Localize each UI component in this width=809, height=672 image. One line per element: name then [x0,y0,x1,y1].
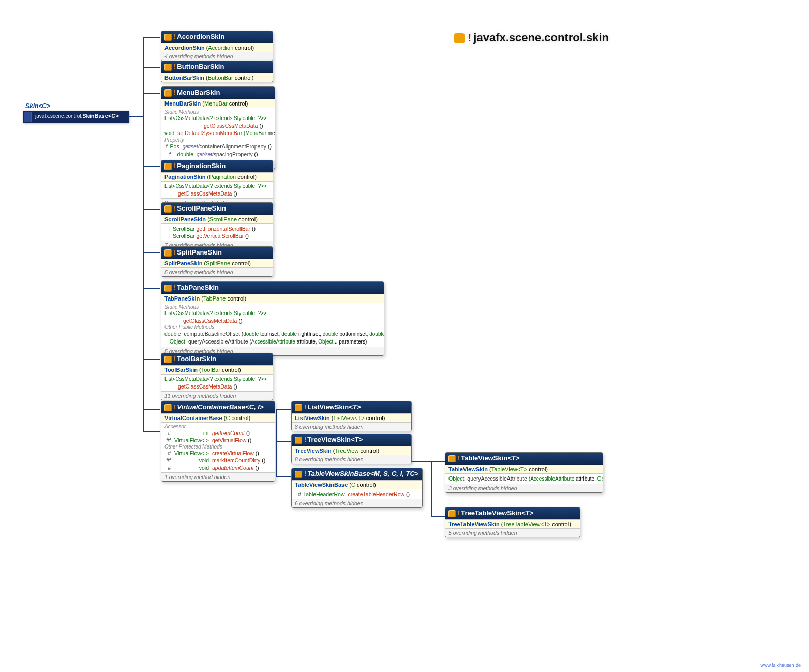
class-scrollpane-skin[interactable]: !ScrollPaneSkin ScrollPaneSkin (ScrollPa… [161,202,273,250]
ret-type: ScrollBar [173,233,195,239]
method-name: queryAccessibleAttribute [188,338,248,345]
method-sig: () [254,151,258,157]
skinbase-prefix: javafx.scene.control. [35,113,82,119]
footer-credit[interactable]: www.falkhausen.de [760,663,801,668]
interface-label: Skin [25,102,38,110]
hidden-note: 8 overriding methods hidden [295,456,364,462]
class-pagination-skin[interactable]: !PaginationSkin PaginationSkin (Paginati… [161,160,273,207]
ret-type: int [203,430,209,436]
class-generic: <T> [351,436,363,443]
method-name: setDefaultSystemMenuBar [177,130,242,136]
bang-icon: ! [458,454,460,462]
interface-link-skin[interactable]: Skin<C> [25,102,50,110]
wire [412,461,432,462]
ret-type: TableHeaderRow [303,491,345,497]
method-sig: () [238,318,242,324]
ctor-param-type: SplitPane [206,260,230,266]
ctor-param-name: control [235,74,252,81]
class-icon [164,404,172,411]
bang-icon: ! [174,403,176,411]
ctor-param-type: ButtonBar [208,74,233,81]
method-sig: () [245,233,249,239]
ret-type: List<CssMetaData<? extends Styleable, ?>… [164,310,267,316]
method-sig: () [259,123,263,129]
hidden-note: 1 overriding method hidden [164,474,230,480]
class-buttonbar-skin[interactable]: !ButtonBarSkin ButtonBarSkin (ButtonBar … [161,61,273,82]
bang-icon: ! [174,204,176,212]
ctor-param-name: control [222,367,239,373]
section-label-other: Other Protected Methods [164,444,272,450]
class-splitpane-skin[interactable]: !SplitPaneSkin SplitPaneSkin (SplitPane … [161,246,273,277]
bang-icon: ! [174,88,176,96]
bang-icon: ! [174,162,176,170]
ret-type: void [199,465,209,471]
ctor-param-name: control [229,100,246,107]
method-sig: () [406,491,410,497]
class-icon [295,404,302,411]
wire [276,409,277,477]
ctor-name: SplitPaneSkin [164,260,202,266]
ctor-param-name: control [529,466,546,472]
class-icon [164,34,172,41]
class-tableview-skin[interactable]: !TableViewSkin<T> TableViewSkin (TableVi… [445,452,603,493]
method-name: getClassCssMetaData [204,123,258,129]
class-name: VirtualContainerBase [177,403,245,411]
method-name: containerAlignmentProperty [200,143,267,150]
method-sig: () [256,450,259,456]
ctor-name: TableViewSkin [448,466,488,472]
class-name: MenuBarSkin [177,88,220,96]
ctor-name: TableViewSkinBase [295,482,348,488]
class-name: SplitPaneSkin [177,248,222,256]
wire [143,209,160,210]
class-generic: <C, I> [245,403,263,411]
class-icon [164,64,172,71]
package-title-text: javafx.scene.control.skin [473,31,609,44]
class-treetableview-skin[interactable]: !TreeTableViewSkin<T> TreeTableViewSkin … [445,507,580,537]
ctor-param-type: MenuBar [204,100,228,107]
ret-type: Object [170,338,185,345]
class-toolbar-skin[interactable]: !ToolBarSkin ToolBarSkin (ToolBar contro… [161,353,273,400]
ctor-name: TreeTableViewSkin [448,521,500,527]
skinbase-box[interactable]: javafx.scene.control.SkinBase<C> [23,111,129,123]
method-name: spacingProperty [214,151,253,157]
mod-flag: f [164,143,170,150]
ret-type: List<CssMetaData<? extends Styleable, ?>… [164,376,267,382]
method-name: getClassCssMetaData [178,383,232,390]
class-listview-skin[interactable]: !ListViewSkin<T> ListViewSkin (ListView<… [291,401,412,431]
hidden-note: 5 overriding methods hidden [164,269,233,275]
class-generic: <T> [507,454,519,462]
ctor-name: MenuBarSkin [164,100,201,107]
section-label-static: Static Methods [164,109,272,115]
class-name: TabPaneSkin [177,283,219,291]
ret-type: double [177,151,193,157]
vis-flag: # [164,429,173,437]
class-menubar-skin[interactable]: !MenuBarSkin MenuBarSkin (MenuBar contro… [161,86,275,169]
class-icon [164,89,172,97]
class-icon [295,437,302,444]
skinbase-name: SkinBase [82,113,108,119]
ctor-name: ListViewSkin [295,415,330,421]
class-tabpane-skin[interactable]: !TabPaneSkin TabPaneSkin (TabPane contro… [161,281,384,356]
class-treeview-skin[interactable]: !TreeViewSkin<T> TreeViewSkin (TreeView … [291,434,412,464]
mod-flag: f [164,232,173,240]
ctor-name: ButtonBarSkin [164,74,204,81]
bang-icon: ! [174,33,176,40]
class-icon [164,163,172,170]
method-name: getVirtualFlow [212,437,246,443]
class-virtualcontainerbase[interactable]: !VirtualContainerBase<C, I> VirtualConta… [161,401,275,482]
ret-type: VirtualFlow<I> [174,450,209,456]
ret-type: List<CssMetaData<? extends Styleable, ?>… [164,115,267,121]
bang-icon: ! [304,403,306,411]
bang-icon: ! [458,509,460,517]
ctor-name: ToolBarSkin [164,367,198,373]
class-accordion-skin[interactable]: !AccordionSkin AccordionSkin (Accordion … [161,31,273,61]
class-icon [164,356,172,363]
class-icon [295,471,302,478]
wire [143,431,160,432]
ctor-param-type: ListView<T> [333,415,364,421]
ctor-param-name: control [360,447,377,454]
section-label-property: Property [164,137,272,143]
class-tableviewskinbase[interactable]: !TableViewSkinBase<M, S, C, I, TC> Table… [291,468,423,508]
ctor-param-type: TreeTableView<T> [503,521,550,527]
vis-flag: # [164,450,173,457]
